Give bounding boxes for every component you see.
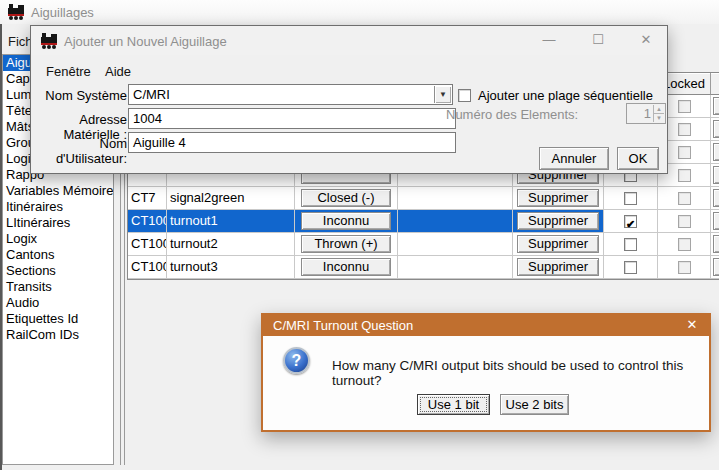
cell-system-name[interactable]: CT7 — [128, 187, 167, 210]
cell-delete: Supprimer — [513, 256, 604, 279]
cell-clipped — [711, 187, 719, 210]
delete-button[interactable]: Supprimer — [517, 258, 599, 276]
sidebar-item[interactable]: Logix — [3, 231, 113, 247]
cell-clipped — [711, 118, 719, 141]
cell-comment[interactable] — [398, 187, 513, 210]
turnout-state-button[interactable]: Inconnu — [301, 258, 391, 276]
sidebar-item[interactable]: Sections — [3, 263, 113, 279]
turnout-state-button[interactable]: Inconnu — [301, 212, 391, 230]
cell-user-name[interactable]: signal2green — [167, 187, 295, 210]
row-checkbox[interactable] — [624, 192, 637, 205]
locked-checkbox[interactable] — [678, 261, 691, 274]
clipped-button[interactable] — [713, 258, 719, 276]
add-turnout-dialog: Ajouter un Nouvel Aiguillage — ☐ ✕ Fenêt… — [30, 25, 668, 174]
delete-button[interactable]: Supprimer — [517, 189, 599, 207]
elements-count-spinner[interactable]: 1 ▲ ▼ — [626, 103, 666, 124]
clipped-button[interactable] — [713, 166, 719, 184]
sidebar-item[interactable]: LItinéraires — [3, 215, 113, 231]
cell-comment[interactable] — [398, 256, 513, 279]
locked-checkbox[interactable] — [678, 169, 691, 182]
cancel-button[interactable]: Annuler — [539, 147, 609, 170]
sidebar-item[interactable]: Variables Mémoires — [3, 183, 113, 199]
cell-user-name[interactable]: turnout2 — [167, 233, 295, 256]
sidebar-item[interactable]: Audio — [3, 295, 113, 311]
cell-locked — [658, 187, 711, 210]
cell-user-name[interactable]: turnout3 — [167, 256, 295, 279]
use-1-bit-button[interactable]: Use 1 bit — [417, 394, 490, 415]
cell-system-name[interactable]: CT1001 — [128, 210, 167, 233]
turnout-state-button[interactable]: Thrown (+) — [301, 235, 391, 253]
cell-comment[interactable] — [398, 233, 513, 256]
system-name-combobox[interactable]: C/MRI ▼ — [128, 84, 453, 105]
question-dialog-title: C/MRI Turnout Question — [273, 318, 413, 333]
system-name-label: Nom Système — [31, 88, 127, 103]
cell-state: Closed (-) — [295, 187, 398, 210]
locked-checkbox[interactable] — [678, 238, 691, 251]
chevron-down-icon[interactable]: ▼ — [434, 86, 451, 103]
main-window-title: Aiguillages — [31, 5, 94, 20]
turnout-state-button[interactable]: Closed (-) — [301, 189, 391, 207]
cell-clipped — [711, 141, 719, 164]
ok-button[interactable]: OK — [617, 147, 659, 170]
sidebar-item[interactable]: Cantons — [3, 247, 113, 263]
elements-count-value: 1 — [644, 106, 651, 121]
cell-locked — [658, 256, 711, 279]
close-icon[interactable]: ✕ — [683, 317, 701, 332]
cell-system-name[interactable]: CT1003 — [128, 256, 167, 279]
delete-button[interactable]: Supprimer — [517, 235, 599, 253]
locked-checkbox[interactable] — [678, 146, 691, 159]
menu-aide[interactable]: Aide — [105, 64, 131, 79]
table-row: CT7signal2greenClosed (-)Supprimer — [128, 187, 719, 210]
cell-state: Inconnu — [295, 256, 398, 279]
locked-checkbox[interactable] — [678, 215, 691, 228]
menu-fenetre[interactable]: Fenêtre — [46, 64, 91, 79]
locked-checkbox[interactable] — [678, 192, 691, 205]
locked-checkbox[interactable] — [678, 123, 691, 136]
sidebar-item[interactable]: RailCom IDs — [3, 327, 113, 343]
locked-checkbox[interactable] — [678, 100, 691, 113]
cell-system-name[interactable]: CT1002 — [128, 233, 167, 256]
add-dialog-title: Ajouter un Nouvel Aiguillage — [64, 34, 227, 49]
sidebar-item[interactable]: Itinéraires — [3, 199, 113, 215]
cell-inverted — [604, 233, 658, 256]
col-header-clipped[interactable] — [711, 73, 719, 95]
clipped-button[interactable] — [713, 235, 719, 253]
cell-clipped — [711, 233, 719, 256]
maximize-button[interactable]: ☐ — [584, 30, 612, 50]
cell-clipped — [711, 164, 719, 187]
row-checkbox[interactable] — [624, 261, 637, 274]
sidebar-item[interactable]: Etiquettes Id — [3, 311, 113, 327]
cell-delete: Supprimer — [513, 187, 604, 210]
minimize-button[interactable]: — — [535, 30, 563, 50]
table-row: CT1001turnout1InconnuSupprimer — [128, 210, 719, 233]
sequential-range-checkbox[interactable] — [458, 89, 471, 102]
user-name-field[interactable]: Aiguille 4 — [128, 132, 456, 153]
clipped-button[interactable] — [713, 189, 719, 207]
cell-locked — [658, 210, 711, 233]
sidebar-item[interactable]: Transits — [3, 279, 113, 295]
clipped-button[interactable] — [713, 97, 719, 115]
spinner-arrows[interactable]: ▲ ▼ — [653, 105, 664, 122]
spin-down-icon[interactable]: ▼ — [654, 114, 664, 122]
user-name-label: Nom d'Utilisateur: — [31, 136, 127, 166]
clipped-button[interactable] — [713, 120, 719, 138]
cell-locked — [658, 233, 711, 256]
use-2-bits-button[interactable]: Use 2 bits — [500, 394, 569, 415]
cell-clipped — [711, 95, 719, 118]
cell-comment[interactable] — [398, 210, 513, 233]
table-row: CT1003turnout3InconnuSupprimer — [128, 256, 719, 279]
delete-button[interactable]: Supprimer — [517, 212, 599, 230]
cell-state: Thrown (+) — [295, 233, 398, 256]
close-button[interactable]: ✕ — [632, 30, 660, 50]
row-checkbox[interactable] — [624, 238, 637, 251]
cell-delete: Supprimer — [513, 233, 604, 256]
cell-delete: Supprimer — [513, 210, 604, 233]
spin-up-icon[interactable]: ▲ — [654, 105, 664, 114]
sequential-range-label: Ajouter une plage séquentielle — [478, 88, 653, 104]
row-checkbox[interactable] — [624, 215, 637, 228]
cell-clipped — [711, 210, 719, 233]
clipped-button[interactable] — [713, 143, 719, 161]
clipped-button[interactable] — [713, 212, 719, 230]
cell-user-name[interactable]: turnout1 — [167, 210, 295, 233]
hardware-address-field[interactable]: 1004 — [128, 108, 456, 129]
